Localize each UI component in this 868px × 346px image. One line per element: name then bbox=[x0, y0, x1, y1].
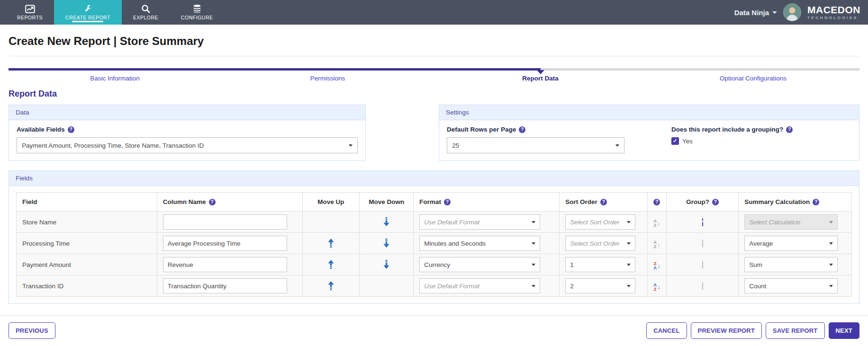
tab-explore[interactable]: EXPLORE bbox=[122, 0, 170, 25]
tab-label: CREATE REPORT bbox=[65, 15, 110, 20]
help-icon[interactable] bbox=[653, 199, 660, 205]
move-up-button[interactable] bbox=[327, 259, 335, 270]
format-select[interactable]: Use Default Format bbox=[419, 214, 540, 230]
help-icon[interactable] bbox=[68, 126, 74, 133]
format-select[interactable]: Currency bbox=[419, 257, 540, 272]
sort-order-select[interactable]: Select Sort Order bbox=[565, 214, 635, 230]
move-down-button[interactable] bbox=[382, 238, 390, 248]
move-up-button[interactable] bbox=[327, 238, 335, 248]
col-header-sort-order: Sort Order bbox=[560, 193, 648, 212]
page-title: Create New Report | Store Summary bbox=[9, 35, 859, 48]
col-header-column-name: Column Name bbox=[157, 193, 302, 212]
group-checkbox[interactable] bbox=[702, 261, 703, 269]
progress-bar bbox=[9, 68, 859, 71]
wrench-icon bbox=[83, 4, 92, 13]
brand-logo: MACEDON TECHNOLOGIES bbox=[807, 5, 860, 20]
tab-reports[interactable]: REPORTS bbox=[6, 0, 54, 25]
group-checkbox[interactable] bbox=[702, 240, 703, 248]
step-permissions[interactable]: Permissions bbox=[221, 75, 434, 82]
wizard-stepper: Basic Information Permissions Report Dat… bbox=[9, 68, 859, 82]
rows-per-page-label: Default Rows per Page bbox=[447, 126, 625, 133]
move-up-button[interactable] bbox=[327, 280, 335, 291]
sort-order-select[interactable]: Select Sort Order bbox=[565, 236, 635, 251]
search-icon bbox=[141, 4, 150, 13]
summary-calculation-select[interactable]: Select Calculation bbox=[744, 214, 838, 230]
tab-label: REPORTS bbox=[17, 15, 43, 20]
progress-bar-fill bbox=[9, 68, 541, 71]
dropdown-caret-icon bbox=[627, 264, 631, 266]
summary-calculation-select[interactable]: Sum bbox=[744, 257, 838, 272]
nav-right: Data Ninja MACEDON TECHNOLOGIES bbox=[734, 0, 860, 25]
step-optional-configurations[interactable]: Optional Configurations bbox=[647, 75, 859, 82]
progress-marker-icon bbox=[537, 70, 544, 74]
tab-configure[interactable]: CONFIGURE bbox=[170, 0, 225, 25]
tab-label: EXPLORE bbox=[133, 15, 158, 20]
table-row: Store Name Use Default Format bbox=[17, 212, 852, 233]
step-basic-information[interactable]: Basic Information bbox=[9, 75, 221, 82]
rows-per-page-value: 25 bbox=[452, 142, 459, 149]
group-checkbox[interactable] bbox=[702, 282, 703, 290]
preview-report-button[interactable]: PREVIEW REPORT bbox=[691, 322, 762, 339]
grouping-label: Does this report include a grouping? bbox=[671, 126, 793, 133]
help-icon[interactable] bbox=[209, 199, 216, 205]
grouping-checkbox[interactable] bbox=[671, 137, 679, 145]
help-icon[interactable] bbox=[519, 126, 525, 133]
help-icon[interactable] bbox=[786, 126, 793, 133]
summary-calculation-select[interactable]: Count bbox=[744, 278, 838, 293]
move-down-button[interactable] bbox=[382, 259, 390, 270]
line-chart-icon bbox=[25, 4, 35, 13]
summary-calculation-select[interactable]: Average bbox=[744, 236, 838, 251]
column-name-input[interactable] bbox=[163, 257, 287, 272]
col-header-summary: Summary Calculation bbox=[739, 193, 852, 212]
format-select[interactable]: Use Default Format bbox=[419, 278, 540, 293]
user-name: Data Ninja bbox=[734, 9, 769, 17]
settings-panel: Settings Default Rows per Page 25 Does t… bbox=[439, 105, 859, 161]
sort-direction-icon[interactable]: AZ ↓ bbox=[653, 283, 660, 291]
col-header-format: Format bbox=[414, 193, 560, 212]
dropdown-caret-icon bbox=[532, 264, 535, 266]
sort-direction-icon[interactable]: ZA ↓ bbox=[653, 262, 660, 270]
column-name-input[interactable] bbox=[163, 236, 287, 251]
fields-panel-header: Fields bbox=[9, 171, 859, 186]
available-fields-select[interactable]: Payment Amount, Processing Time, Store N… bbox=[17, 137, 358, 153]
database-icon bbox=[192, 4, 202, 13]
arrow-up-icon bbox=[328, 260, 334, 269]
arrow-down-icon bbox=[383, 217, 389, 226]
sort-direction-icon[interactable]: AZ ↓ bbox=[653, 219, 660, 227]
field-name: Transaction ID bbox=[17, 275, 157, 297]
dropdown-caret-icon bbox=[532, 221, 535, 223]
user-menu[interactable]: Data Ninja bbox=[734, 9, 777, 17]
brand-name: MACEDON bbox=[807, 5, 860, 15]
dropdown-caret-icon bbox=[349, 144, 353, 147]
dropdown-caret-icon bbox=[627, 221, 631, 223]
dropdown-caret-icon bbox=[627, 242, 631, 245]
brand-subtitle: TECHNOLOGIES bbox=[807, 16, 860, 20]
user-avatar[interactable] bbox=[783, 3, 801, 21]
title-divider bbox=[9, 56, 859, 56]
dropdown-caret-icon bbox=[615, 144, 619, 147]
rows-per-page-select[interactable]: 25 bbox=[447, 137, 624, 153]
tab-create-report[interactable]: CREATE REPORT bbox=[54, 0, 122, 25]
help-icon[interactable] bbox=[813, 199, 819, 205]
step-report-data[interactable]: Report Data bbox=[434, 75, 647, 82]
column-name-input[interactable] bbox=[163, 214, 287, 230]
help-icon[interactable] bbox=[712, 199, 719, 205]
dropdown-caret-icon bbox=[532, 285, 535, 287]
arrow-down-icon bbox=[383, 260, 389, 269]
group-checkbox[interactable] bbox=[702, 218, 703, 226]
next-button[interactable]: NEXT bbox=[829, 322, 859, 339]
sort-order-select[interactable]: 1 bbox=[565, 257, 635, 272]
sort-direction-icon[interactable]: AZ ↓ bbox=[653, 240, 660, 248]
cancel-button[interactable]: CANCEL bbox=[646, 322, 687, 339]
column-name-input[interactable] bbox=[163, 278, 287, 293]
format-select[interactable]: Minutes and Seconds bbox=[419, 236, 540, 251]
help-icon[interactable] bbox=[600, 199, 607, 205]
help-icon[interactable] bbox=[444, 199, 451, 205]
table-row: Processing Time Minutes a bbox=[17, 233, 852, 254]
save-report-button[interactable]: SAVE REPORT bbox=[766, 322, 824, 339]
move-down-button[interactable] bbox=[382, 216, 390, 227]
available-fields-label: Available Fields bbox=[17, 126, 358, 133]
tab-label: CONFIGURE bbox=[181, 15, 213, 20]
previous-button[interactable]: PREVIOUS bbox=[9, 322, 55, 339]
sort-order-select[interactable]: 2 bbox=[565, 278, 635, 293]
